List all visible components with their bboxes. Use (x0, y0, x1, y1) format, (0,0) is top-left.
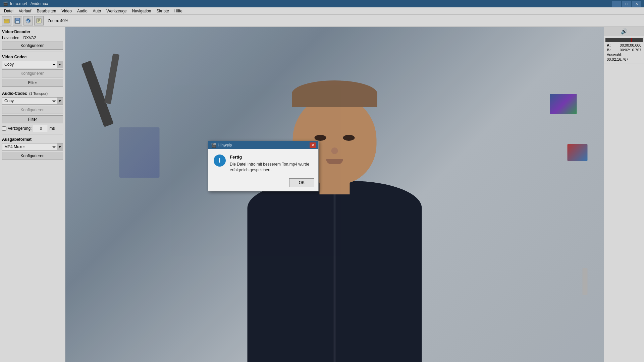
ok-button[interactable]: OK (289, 178, 314, 187)
dialog-close-button[interactable]: ✕ (310, 142, 316, 148)
dialog-heading: Fertig (230, 155, 313, 160)
dialog-text-area: Fertig Die Datei Intro mit besserem Ton.… (230, 155, 313, 173)
dialog-app-icon: 🎬 (211, 143, 216, 148)
dialog: 🎬 Hinweis ✕ i Fertig Die Datei Intro mit… (208, 141, 319, 191)
dialog-titlebar: 🎬 Hinweis ✕ (208, 141, 318, 149)
dialog-content: i Fertig Die Datei Intro mit besserem To… (208, 149, 318, 176)
dialog-info-icon: i (214, 155, 226, 167)
dialog-message: Die Datei Intro mit besserem Ton.mp4 wur… (230, 162, 313, 173)
modal-overlay: 🎬 Hinweis ✕ i Fertig Die Datei Intro mit… (0, 0, 644, 362)
dialog-buttons: OK (208, 176, 318, 191)
dialog-title: Hinweis (218, 143, 232, 147)
